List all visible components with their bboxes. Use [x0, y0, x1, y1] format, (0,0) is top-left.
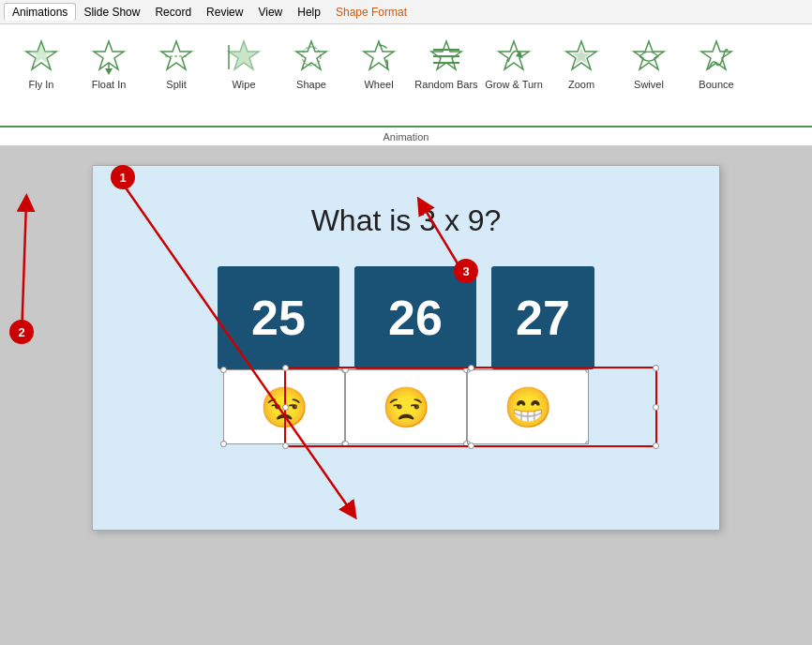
handle-br — [653, 442, 659, 449]
svg-marker-7 — [229, 41, 259, 69]
emoji-3[interactable]: 😁 — [467, 369, 589, 444]
split-icon — [156, 36, 197, 77]
menu-view[interactable]: View — [250, 4, 290, 21]
answer-box-25[interactable]: 25 — [218, 266, 339, 369]
wheel-icon — [358, 36, 399, 77]
svg-marker-16 — [499, 41, 529, 69]
zoom-label: Zoom — [568, 79, 594, 90]
answer-25: 25 — [251, 290, 306, 346]
fly-in-icon — [21, 36, 62, 77]
svg-marker-5 — [161, 41, 191, 69]
menu-slideshow[interactable]: Slide Show — [76, 4, 147, 21]
svg-marker-20 — [634, 41, 664, 69]
slide-area: 1 2 3 What is 3 x 9? 25 — [0, 146, 812, 645]
animation-bounce[interactable]: Bounce — [683, 32, 750, 94]
emoji-1[interactable]: 😒 — [223, 369, 345, 444]
wipe-icon — [223, 36, 264, 77]
ribbon-group-label: Animation — [0, 128, 812, 146]
animation-zoom[interactable]: Zoom — [548, 32, 615, 94]
menu-bar: Animations Slide Show Record Review View… — [0, 0, 812, 24]
animation-grow-turn[interactable]: Grow & Turn — [480, 32, 548, 94]
animation-shape[interactable]: Shape — [278, 32, 345, 94]
emoji-2-face: 😒 — [382, 384, 430, 430]
animation-wheel[interactable]: Wheel — [345, 32, 413, 94]
menu-review[interactable]: Review — [199, 4, 250, 21]
emoji-2[interactable]: 😒 — [345, 369, 467, 444]
ribbon: Fly In Float In Split — [0, 24, 812, 128]
emoji2-handle-tl — [342, 367, 349, 373]
float-in-label: Float In — [92, 79, 127, 90]
shape-label: Shape — [296, 79, 326, 90]
wheel-label: Wheel — [364, 79, 393, 90]
bounce-icon — [696, 36, 737, 77]
grow-turn-icon — [493, 36, 534, 77]
emoji-3-face: 😁 — [504, 384, 552, 430]
random-bars-icon — [426, 36, 467, 77]
svg-marker-21 — [701, 41, 731, 69]
shape-icon — [291, 36, 332, 77]
callout-1: 1 — [111, 165, 135, 189]
emoji1-handle-bl — [220, 441, 227, 447]
svg-marker-11 — [364, 41, 394, 69]
emoji3-handle-bl — [467, 441, 471, 444]
animation-split[interactable]: Split — [143, 32, 210, 94]
animation-wipe[interactable]: Wipe — [210, 32, 278, 94]
emoji3-handle-tr — [585, 369, 589, 373]
answer-box-27[interactable]: 27 — [491, 266, 594, 369]
menu-shape-format[interactable]: Shape Format — [328, 4, 414, 21]
callout-2: 2 — [9, 320, 34, 344]
split-label: Split — [166, 79, 186, 90]
animation-random-bars[interactable]: Random Bars — [413, 32, 480, 94]
slide-question: What is 3 x 9? — [93, 166, 719, 238]
grow-turn-label: Grow & Turn — [485, 79, 543, 90]
emoji3-handle-br — [585, 441, 589, 444]
menu-animations[interactable]: Animations — [4, 3, 76, 21]
swivel-icon — [628, 36, 669, 77]
answer-26: 26 — [388, 290, 443, 346]
emoji1-handle-tl — [220, 367, 227, 373]
float-in-icon — [88, 36, 129, 77]
menu-record[interactable]: Record — [147, 4, 199, 21]
random-bars-label: Random Bars — [414, 79, 477, 90]
answer-boxes: 25 26 27 — [93, 266, 719, 369]
wipe-label: Wipe — [232, 79, 255, 90]
slide-canvas: What is 3 x 9? 25 26 27 — [92, 165, 720, 531]
emoji3-handle-tl — [467, 369, 471, 373]
bounce-label: Bounce — [699, 79, 733, 90]
animation-swivel[interactable]: Swivel — [615, 32, 683, 94]
fly-in-label: Fly In — [29, 79, 54, 90]
ribbon-animations-group: Fly In Float In Split — [8, 28, 804, 122]
svg-marker-1 — [30, 43, 53, 64]
handle-mr — [653, 404, 659, 411]
callout-3: 3 — [454, 259, 478, 283]
emoji2-handle-bl — [342, 441, 349, 447]
svg-line-23 — [22, 202, 26, 338]
answer-box-26[interactable]: 26 — [354, 266, 476, 369]
menu-help[interactable]: Help — [290, 4, 328, 21]
animation-fly-in[interactable]: Fly In — [8, 32, 75, 94]
answer-27: 27 — [516, 290, 570, 346]
animation-float-in[interactable]: Float In — [75, 32, 143, 94]
emoji-1-face: 😒 — [260, 384, 308, 430]
svg-marker-4 — [105, 68, 113, 75]
zoom-icon — [561, 36, 602, 77]
swivel-label: Swivel — [634, 79, 664, 90]
